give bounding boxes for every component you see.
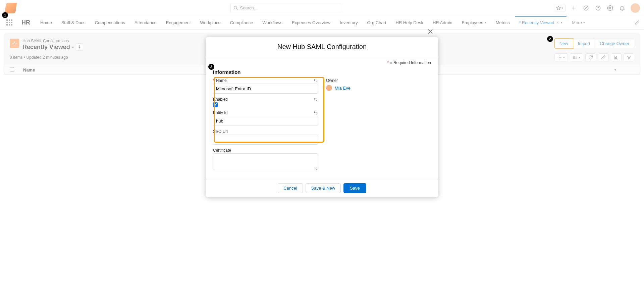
save-and-new-button[interactable]: Save & New [306,183,341,193]
modal-backdrop: New Hub SAML Configuration * = Required … [0,0,644,292]
undo-button[interactable] [313,97,318,102]
owner-avatar [326,85,332,91]
undo-icon [313,110,318,115]
owner-value[interactable]: Mia Eve [326,85,431,91]
modal-close-button[interactable] [426,28,434,36]
modal-footer: Cancel Save & New Save [206,179,438,197]
new-record-modal: New Hub SAML Configuration * = Required … [206,37,438,197]
step-badge-1: 1 [2,12,8,18]
name-input[interactable] [213,84,318,94]
entity-id-input[interactable] [213,116,318,126]
x-icon [426,28,434,36]
certificate-label: Certificate [213,148,231,153]
sso-url-label: SSO Url [213,129,228,134]
sso-url-input[interactable] [213,135,318,145]
owner-label: Owner [326,78,338,83]
undo-button[interactable] [313,78,318,83]
enabled-label: Enabled [213,97,228,102]
enabled-checkbox[interactable] [213,102,218,107]
modal-title: New Hub SAML Configuration [206,37,438,57]
save-button[interactable]: Save [343,183,366,193]
cancel-button[interactable]: Cancel [278,183,303,193]
undo-button[interactable] [313,110,318,115]
certificate-input[interactable] [213,153,318,170]
required-note: * = Required Information [206,57,438,67]
name-label: Name [216,78,227,83]
entity-id-label: Entity Id [213,110,227,115]
step-badge-2: 2 [547,36,553,42]
undo-icon [313,78,318,83]
section-information: Information [206,67,438,77]
step-badge-3: 3 [208,64,214,70]
undo-icon [313,97,318,102]
